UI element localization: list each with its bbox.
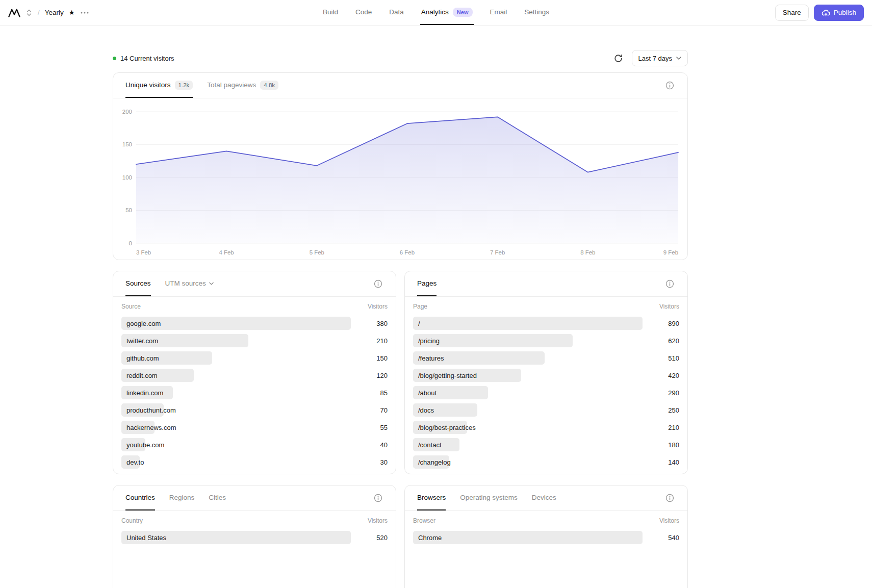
row-label: /docs — [413, 406, 434, 414]
nav-tab[interactable]: Build — [322, 0, 339, 25]
publish-label: Publish — [834, 9, 856, 16]
row-bar — [413, 317, 643, 330]
nav-tab-label: Data — [389, 8, 404, 16]
row-value: 210 — [376, 337, 388, 345]
date-range-selector[interactable]: Last 7 days — [632, 50, 688, 66]
metric-tab[interactable]: Total pageviews 4.8k — [207, 73, 278, 98]
table-row[interactable]: twitter.com 210 — [121, 334, 388, 347]
info-icon[interactable] — [664, 278, 675, 289]
breadcrumb-page-title[interactable]: Yearly — [45, 9, 64, 16]
svg-text:150: 150 — [122, 141, 132, 147]
main-nav: Build Code Data Analytics New Email — [322, 0, 550, 25]
geo-tab-label: Countries — [125, 494, 155, 501]
svg-text:3 Feb: 3 Feb — [136, 249, 151, 255]
sources-tab[interactable]: UTM sources — [165, 271, 214, 296]
geo-tab[interactable]: Countries — [125, 485, 155, 510]
metric-tab-label: Total pageviews — [207, 81, 256, 89]
svg-text:6 Feb: 6 Feb — [400, 249, 415, 255]
device-tab[interactable]: Devices — [532, 485, 556, 510]
nav-tab-label: Build — [323, 8, 338, 16]
geo-tab[interactable]: Cities — [209, 485, 226, 510]
table-row[interactable]: /about 290 — [413, 386, 679, 399]
countries-table: United States 520 — [121, 531, 388, 544]
device-tab[interactable]: Operating systems — [460, 485, 518, 510]
table-row[interactable]: google.com 380 — [121, 317, 388, 330]
favorite-star-icon[interactable]: ★ — [69, 9, 75, 16]
table-row[interactable]: /blog/getting-started 420 — [413, 369, 679, 382]
nav-tab[interactable]: Analytics New — [420, 0, 474, 25]
more-menu-icon[interactable] — [80, 11, 90, 15]
table-row[interactable]: /blog/best-practices 210 — [413, 421, 679, 434]
nav-tab[interactable]: Code — [354, 0, 373, 25]
table-row[interactable]: Chrome 540 — [413, 531, 679, 544]
date-range-label: Last 7 days — [638, 55, 673, 62]
app-logo[interactable] — [8, 7, 20, 18]
analytics-page: 14 Current visitors Last 7 days Unique v… — [113, 49, 688, 588]
column-visitors: Visitors — [659, 303, 679, 311]
row-label: producthunt.com — [121, 406, 176, 414]
sources-tabs: Sources UTM sources — [125, 271, 214, 296]
device-tab-label: Operating systems — [460, 494, 518, 501]
browsers-card: Browsers Operating systems Devices — [404, 485, 688, 588]
row-value: 250 — [668, 406, 679, 414]
pages-tab[interactable]: Pages — [417, 271, 437, 296]
table-row[interactable]: reddit.com 120 — [121, 369, 388, 382]
row-label: Chrome — [413, 534, 442, 542]
row-value: 70 — [380, 406, 388, 414]
table-row[interactable]: producthunt.com 70 — [121, 403, 388, 417]
info-icon[interactable] — [373, 278, 383, 289]
table-row[interactable]: /contact 180 — [413, 438, 679, 451]
row-value: 620 — [668, 337, 679, 345]
table-row[interactable]: github.com 150 — [121, 351, 388, 365]
metric-tab[interactable]: Unique visitors 1.2k — [125, 73, 193, 98]
geo-tab[interactable]: Regions — [169, 485, 195, 510]
sources-table: google.com 380 twitter.com 210 github.co — [121, 317, 388, 469]
row-value: 55 — [380, 424, 388, 431]
countries-card: Countries Regions Cities — [113, 485, 396, 588]
column-browser: Browser — [413, 517, 435, 525]
page-switcher-icon[interactable] — [25, 8, 33, 18]
publish-button[interactable]: Publish — [814, 5, 864, 21]
table-row[interactable]: hackernews.com 55 — [121, 421, 388, 434]
table-row[interactable]: /changelog 140 — [413, 455, 679, 469]
table-row[interactable]: youtube.com 40 — [121, 438, 388, 451]
pages-card: Pages Page Visitors / — [404, 271, 688, 474]
device-tab[interactable]: Browsers — [417, 485, 446, 510]
row-value: 40 — [380, 441, 388, 449]
svg-text:200: 200 — [122, 109, 132, 115]
row-label: hackernews.com — [121, 424, 176, 431]
row-value: 120 — [376, 372, 388, 379]
nav-tab[interactable]: Settings — [523, 0, 550, 25]
info-icon[interactable] — [373, 493, 383, 503]
pages-table: / 890 /pricing 620 /features — [413, 317, 679, 469]
table-row[interactable]: /features 510 — [413, 351, 679, 365]
share-button[interactable]: Share — [775, 5, 809, 21]
chevron-down-icon — [676, 57, 681, 60]
svg-text:9 Feb: 9 Feb — [663, 249, 678, 255]
table-columns: Country Visitors — [121, 514, 388, 525]
table-row[interactable]: /docs 250 — [413, 403, 679, 417]
info-icon[interactable] — [664, 493, 675, 503]
nav-tab[interactable]: Email — [489, 0, 508, 25]
svg-text:8 Feb: 8 Feb — [580, 249, 595, 255]
svg-text:0: 0 — [129, 240, 132, 246]
table-row[interactable]: United States 520 — [121, 531, 388, 544]
breadcrumb-separator: / — [38, 9, 40, 16]
row-label: /blog/best-practices — [413, 424, 476, 431]
info-icon[interactable] — [664, 80, 675, 91]
new-badge: New — [453, 8, 473, 17]
table-row[interactable]: / 890 — [413, 317, 679, 330]
sources-tab[interactable]: Sources — [125, 271, 151, 296]
current-visitors-label: 14 Current visitors — [120, 55, 174, 62]
row-label: linkedin.com — [121, 389, 163, 397]
row-label: / — [413, 320, 420, 327]
pages-tabs: Pages — [417, 271, 437, 296]
table-row[interactable]: dev.to 30 — [121, 455, 388, 469]
nav-tab[interactable]: Data — [388, 0, 405, 25]
analytics-toolbar: 14 Current visitors Last 7 days — [113, 49, 688, 67]
refresh-button[interactable] — [612, 52, 625, 65]
table-row[interactable]: /pricing 620 — [413, 334, 679, 347]
row-label: reddit.com — [121, 372, 158, 379]
row-value: 150 — [376, 354, 388, 362]
table-row[interactable]: linkedin.com 85 — [121, 386, 388, 399]
